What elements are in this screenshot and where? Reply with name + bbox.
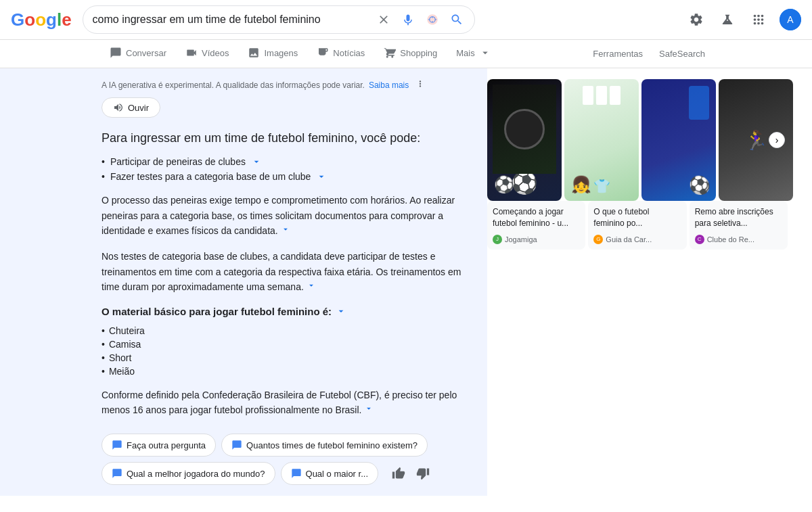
header-right: A [686, 9, 801, 30]
ai-notice: A IA generativa é experimental. A qualid… [102, 79, 471, 91]
ai-main-list: • Participar de peneiras de clubes • Faz… [102, 156, 471, 182]
paragraph-2-expand[interactable] [307, 281, 316, 290]
material-item-2: Camisa [102, 339, 471, 350]
ouvir-button[interactable]: Ouvir [102, 97, 160, 118]
tab-noticias[interactable]: Notícias [309, 40, 373, 68]
lens-search-button[interactable] [424, 11, 441, 28]
source-3-icon: C [695, 235, 704, 244]
ai-material-list: Chuteira Camisa Short Meião [102, 325, 471, 377]
thumbs-up-button[interactable] [389, 464, 408, 483]
safesearch-link[interactable]: SafeSearch [654, 42, 710, 66]
source-card-2-title: O que o futebol feminino po... [593, 206, 681, 229]
clear-button[interactable] [376, 11, 392, 28]
tab-mais[interactable]: Mais [448, 40, 499, 68]
svg-text:A: A [787, 14, 794, 25]
ai-title: Para ingressar em um time de futebol fem… [102, 130, 471, 147]
source-card-1-footer: J Jogamiga [493, 235, 580, 244]
ai-paragraph-2: Nos testes de categoria base de clubes, … [102, 249, 471, 294]
labs-button[interactable] [717, 9, 738, 30]
tab-videos[interactable]: Vídeos [177, 40, 237, 68]
avatar[interactable]: A [780, 9, 801, 30]
saiba-mais-link[interactable]: Saiba mais [369, 80, 409, 90]
expand-arrow-2[interactable] [316, 171, 327, 182]
suggestion-chip-2[interactable]: Quantos times de futebol feminino existe… [221, 434, 428, 457]
source-1-icon: J [493, 235, 502, 244]
main-content: A IA generativa é experimental. A qualid… [0, 68, 812, 496]
source-card-3-title: Remo abre inscrições para seletiva... [695, 206, 782, 229]
source-card-1-name: Jogamiga [505, 235, 537, 243]
ouvir-label: Ouvir [128, 103, 149, 113]
search-button[interactable] [449, 11, 465, 28]
images-more-button[interactable]: › [769, 132, 785, 148]
image-row: ⚽ 👕 ⚽ 🏃‍♀️ › [487, 79, 788, 201]
source-card-3-footer: C Clube do Re... [695, 235, 782, 244]
thumbs-down-button[interactable] [413, 464, 432, 483]
image-card-2[interactable]: 👕 [564, 79, 639, 201]
source-2-icon: G [593, 235, 603, 244]
list-item-2: • Fazer testes para a categoria base de … [102, 171, 471, 182]
ai-notice-text: A IA generativa é experimental. A qualid… [102, 80, 365, 90]
source-card-3-name: Clube do Re... [707, 235, 754, 243]
nav-tabs: Conversar Vídeos Imagens Notícias Shoppi… [0, 40, 812, 68]
apps-button[interactable] [748, 9, 769, 30]
source-card-2-footer: G Guia da Car... [593, 235, 681, 244]
right-panel: ⚽ 👕 ⚽ 🏃‍♀️ › [487, 68, 798, 496]
subheading-expand[interactable] [336, 306, 346, 317]
source-card-2-name: Guia da Car... [606, 235, 652, 243]
list-item-2-text: Fazer testes para a categoria base de um… [110, 171, 311, 182]
google-logo[interactable]: Google [11, 9, 72, 30]
suggestion-chip-4[interactable]: Qual o maior r... [281, 462, 378, 485]
suggestion-chip-3[interactable]: Qual a melhor jogadora do mundo? [102, 462, 275, 485]
source-cards: Começando a jogar futebol feminino - u..… [487, 201, 788, 250]
header: Google [0, 0, 812, 40]
source-card-2[interactable]: O que o futebol feminino po... G Guia da… [588, 201, 686, 250]
expand-arrow-1[interactable] [251, 156, 262, 167]
search-input[interactable] [93, 14, 370, 26]
tab-shopping[interactable]: Shopping [376, 40, 445, 68]
suggestions-row: Faça outra pergunta Quantos times de fut… [102, 434, 471, 485]
source-card-1[interactable]: Começando a jogar futebol feminino - u..… [487, 201, 585, 250]
suggestion-chip-1[interactable]: Faça outra pergunta [102, 434, 216, 457]
ai-paragraph-3: Conforme definido pela Confederação Bras… [102, 388, 471, 418]
ai-paragraph-1: O processo das peneiras exige tempo e co… [102, 193, 471, 238]
list-item-1: • Participar de peneiras de clubes [102, 156, 471, 167]
ferramentas-link[interactable]: Ferramentas [587, 42, 648, 66]
settings-button[interactable] [686, 9, 706, 30]
feedback-row [389, 464, 432, 483]
search-bar[interactable] [83, 5, 475, 34]
source-card-3[interactable]: Remo abre inscrições para seletiva... C … [690, 201, 788, 250]
material-item-4: Meião [102, 366, 471, 377]
image-card-3[interactable]: ⚽ [641, 79, 716, 201]
tab-imagens[interactable]: Imagens [240, 40, 306, 68]
paragraph-1-expand[interactable] [281, 225, 290, 234]
image-card-1[interactable]: ⚽ [487, 79, 562, 201]
list-item-1-text: Participar de peneiras de clubes [110, 156, 246, 167]
nav-right: Ferramentas SafeSearch [587, 42, 710, 66]
more-options-icon[interactable] [415, 79, 425, 91]
ai-subheading: O material básico para jogar futebol fem… [102, 306, 471, 317]
material-item-3: Short [102, 352, 471, 363]
paragraph-3-expand[interactable] [364, 404, 374, 413]
voice-search-button[interactable] [400, 11, 416, 28]
ai-panel: A IA generativa é experimental. A qualid… [0, 68, 487, 496]
tab-conversar[interactable]: Conversar [102, 40, 175, 68]
source-card-1-title: Começando a jogar futebol feminino - u..… [493, 206, 580, 229]
material-item-1: Chuteira [102, 325, 471, 336]
